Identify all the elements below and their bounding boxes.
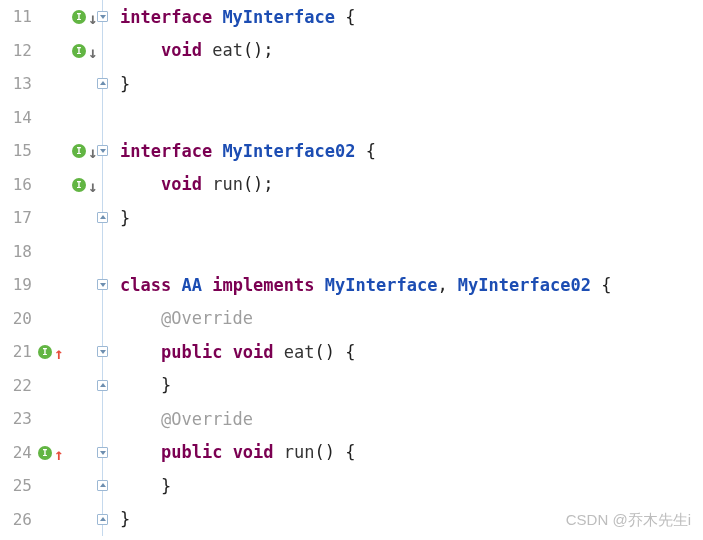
code-line[interactable]: 15 I ↓ interface MyInterface02 {: [0, 134, 703, 168]
code-content: @Override: [114, 409, 253, 429]
line-number: 18: [0, 242, 38, 261]
fold-gutter: [96, 201, 114, 235]
line-number: 12: [0, 41, 38, 60]
line-number: 13: [0, 74, 38, 93]
code-line[interactable]: 21 I ↑ public void eat() {: [0, 335, 703, 369]
implemented-icon[interactable]: I: [72, 44, 86, 58]
fold-gutter: [96, 235, 114, 269]
code-content: void run();: [114, 174, 274, 194]
fold-gutter: [96, 268, 114, 302]
fold-gutter: [96, 168, 114, 202]
gutter: [38, 402, 96, 436]
gutter: [38, 235, 96, 269]
fold-gutter: [96, 101, 114, 135]
fold-toggle-icon[interactable]: [97, 380, 108, 391]
line-number: 19: [0, 275, 38, 294]
line-number: 21: [0, 342, 38, 361]
fold-toggle-icon[interactable]: [97, 346, 108, 357]
line-number: 26: [0, 510, 38, 529]
code-line[interactable]: 13 }: [0, 67, 703, 101]
gutter: [38, 503, 96, 537]
gutter: [38, 67, 96, 101]
code-content: }: [114, 509, 130, 529]
fold-gutter: [96, 0, 114, 34]
code-content: interface MyInterface02 {: [114, 141, 376, 161]
code-content: public void run() {: [114, 442, 356, 462]
code-line[interactable]: 23 @Override: [0, 402, 703, 436]
fold-gutter: [96, 402, 114, 436]
implemented-icon[interactable]: I: [72, 144, 86, 158]
code-line[interactable]: 17 }: [0, 201, 703, 235]
line-number: 14: [0, 108, 38, 127]
gutter: [38, 201, 96, 235]
gutter: I ↓: [38, 34, 96, 68]
gutter: I ↑: [38, 436, 96, 470]
fold-gutter: [96, 369, 114, 403]
line-number: 23: [0, 409, 38, 428]
implementing-icon[interactable]: I: [38, 446, 52, 460]
fold-gutter: [96, 436, 114, 470]
gutter: I ↓: [38, 168, 96, 202]
code-line[interactable]: 22 }: [0, 369, 703, 403]
fold-gutter: [96, 302, 114, 336]
fold-gutter: [96, 34, 114, 68]
gutter: I ↑: [38, 335, 96, 369]
gutter: I ↓: [38, 134, 96, 168]
fold-gutter: [96, 335, 114, 369]
line-number: 15: [0, 141, 38, 160]
code-editor[interactable]: 11 I ↓ interface MyInterface { 12 I ↓ vo…: [0, 0, 703, 536]
fold-toggle-icon[interactable]: [97, 514, 108, 525]
fold-toggle-icon[interactable]: [97, 447, 108, 458]
gutter: [38, 101, 96, 135]
gutter: [38, 369, 96, 403]
code-content: void eat();: [114, 40, 274, 60]
line-number: 25: [0, 476, 38, 495]
code-line[interactable]: 19 class AA implements MyInterface, MyIn…: [0, 268, 703, 302]
fold-gutter: [96, 469, 114, 503]
fold-gutter: [96, 67, 114, 101]
fold-toggle-icon[interactable]: [97, 279, 108, 290]
code-content: interface MyInterface {: [114, 7, 355, 27]
code-content: public void eat() {: [114, 342, 356, 362]
implemented-icon[interactable]: I: [72, 178, 86, 192]
code-content: class AA implements MyInterface, MyInter…: [114, 275, 611, 295]
implementing-icon[interactable]: I: [38, 345, 52, 359]
code-line[interactable]: 11 I ↓ interface MyInterface {: [0, 0, 703, 34]
code-line[interactable]: 24 I ↑ public void run() {: [0, 436, 703, 470]
code-content: @Override: [114, 308, 253, 328]
fold-toggle-icon[interactable]: [97, 212, 108, 223]
code-line[interactable]: 18: [0, 235, 703, 269]
line-number: 16: [0, 175, 38, 194]
code-line[interactable]: 25 }: [0, 469, 703, 503]
fold-toggle-icon[interactable]: [97, 480, 108, 491]
code-content: }: [114, 74, 130, 94]
code-content: }: [114, 476, 171, 496]
gutter: [38, 302, 96, 336]
code-line[interactable]: 12 I ↓ void eat();: [0, 34, 703, 68]
gutter: [38, 268, 96, 302]
code-line[interactable]: 16 I ↓ void run();: [0, 168, 703, 202]
fold-gutter: [96, 134, 114, 168]
gutter: I ↓: [38, 0, 96, 34]
code-content: }: [114, 208, 130, 228]
line-number: 22: [0, 376, 38, 395]
watermark: CSDN @乔木先生i: [566, 511, 691, 530]
fold-gutter: [96, 503, 114, 537]
fold-toggle-icon[interactable]: [97, 11, 108, 22]
fold-toggle-icon[interactable]: [97, 145, 108, 156]
implemented-icon[interactable]: I: [72, 10, 86, 24]
code-line[interactable]: 14: [0, 101, 703, 135]
arrow-up-icon: ↑: [54, 344, 64, 363]
line-number: 24: [0, 443, 38, 462]
line-number: 17: [0, 208, 38, 227]
line-number: 20: [0, 309, 38, 328]
fold-toggle-icon[interactable]: [97, 78, 108, 89]
gutter: [38, 469, 96, 503]
code-line[interactable]: 20 @Override: [0, 302, 703, 336]
code-content: }: [114, 375, 171, 395]
line-number: 11: [0, 7, 38, 26]
arrow-up-icon: ↑: [54, 445, 64, 464]
